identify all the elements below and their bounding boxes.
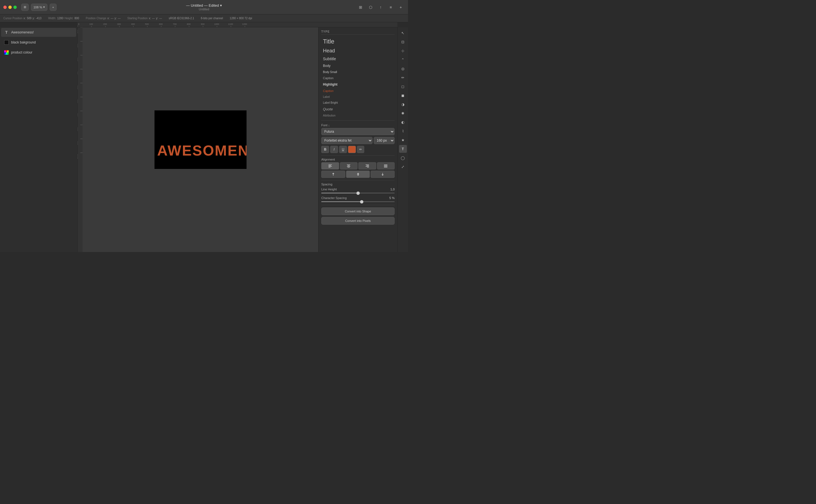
erase-tool[interactable]: ◻ (399, 83, 407, 90)
font-family-select[interactable]: Futura (321, 128, 394, 135)
char-spacing-row: Character Spacing 5 % (321, 196, 394, 200)
alignment-label: Alignment (321, 158, 394, 161)
share-btn[interactable]: ↑ (377, 3, 384, 11)
canvas-area[interactable]: Awesomeness! (83, 27, 318, 252)
italic-btn[interactable]: I (330, 146, 338, 153)
convert-pixels-btn[interactable]: Convert into Pixels (321, 217, 394, 225)
eyedropper-btn[interactable]: ✏ (357, 146, 364, 153)
text-color-swatch[interactable] (348, 146, 356, 153)
minimize-button[interactable] (8, 6, 12, 9)
svg-marker-70 (381, 175, 384, 176)
crop-icon: ⊡ (401, 40, 404, 44)
settings-btn[interactable]: ≡ (387, 3, 394, 11)
font-size-select[interactable]: 160 px (374, 137, 394, 144)
style-panel: TYPE Title Head Subtitle Body Body Small… (318, 27, 397, 252)
layout-btn[interactable]: ⊞ (357, 3, 364, 11)
svg-text:600: 600 (77, 99, 78, 103)
align-justify-btn[interactable] (377, 162, 395, 169)
layer-product-colour-label: product colour (11, 50, 32, 54)
line-height-slider[interactable] (321, 193, 394, 193)
align-center-icon (347, 164, 350, 168)
valign-top-btn[interactable] (321, 171, 345, 178)
char-spacing-slider[interactable] (321, 201, 394, 202)
style-list-body[interactable]: Body (321, 63, 394, 69)
convert-shape-btn[interactable]: Convert into Shape (321, 207, 394, 215)
export-btn[interactable]: ⬡ (367, 3, 374, 11)
divider-2 (321, 155, 394, 156)
view-mode-btn[interactable]: ⊞ (21, 4, 29, 11)
svg-text:500: 500 (145, 23, 149, 25)
fill-icon: ◑ (401, 102, 404, 106)
layer-awesomeness[interactable]: T Awesomeness! (1, 28, 76, 37)
style-list-body-small[interactable]: Body Small (321, 69, 394, 75)
font-section: Font ↓ Futura Fortettet ekstra fet 160 p… (321, 123, 394, 153)
add-document-btn[interactable]: + (50, 4, 56, 11)
char-spacing-label: Character Spacing (321, 196, 383, 200)
svg-text:200: 200 (103, 23, 107, 25)
bold-btn[interactable]: B (321, 146, 329, 153)
select2-icon: ⊹ (401, 49, 404, 53)
titlebar: ⊞ 108 % ▾ + — Untitled — Edited ▾ Untitl… (0, 0, 408, 14)
svg-text:700: 700 (77, 113, 78, 117)
ruler-svg: // Ruler ticks drawn via SVG 0 100 200 3… (77, 22, 397, 27)
lasso-tool[interactable]: ⌃ (399, 56, 407, 64)
font-weight-select[interactable]: Fortettet ekstra fet (321, 137, 372, 144)
transform-tool[interactable]: ⤢ (399, 163, 407, 171)
select-tool[interactable]: ↖ (399, 29, 407, 37)
line-height-label: Line Height (321, 188, 383, 191)
text-tool[interactable]: T (399, 145, 407, 153)
shape-tool[interactable]: ◯ (399, 154, 407, 162)
style-list-caption-orange[interactable]: Caption (321, 88, 394, 94)
layer-black-bg[interactable]: black bakground (1, 38, 76, 47)
paint-tool[interactable]: ◎ (399, 65, 407, 72)
style-list-label[interactable]: Label (321, 94, 394, 100)
adjust-icon: ◐ (401, 120, 404, 124)
pen-tool[interactable]: ✏ (399, 74, 407, 81)
star-tool[interactable]: ★ (399, 136, 407, 144)
svg-marker-68 (357, 175, 359, 176)
valign-middle-btn[interactable] (346, 171, 370, 178)
alignment-section: Alignment (321, 158, 394, 178)
underline-btn[interactable]: U (339, 146, 347, 153)
layer-awesomeness-label: Awesomeness! (11, 30, 34, 34)
char-spacing-value: 5 % (383, 196, 394, 200)
style-list-head[interactable]: Head (321, 47, 394, 55)
char-spacing-thumb[interactable] (360, 200, 363, 203)
align-right-btn[interactable] (358, 162, 376, 169)
select2-tool[interactable]: ⊹ (399, 47, 407, 55)
style-list-quote[interactable]: Quote (321, 106, 394, 112)
fill-tool[interactable]: ◑ (399, 100, 407, 108)
font-section-label: Font ↓ (321, 123, 394, 127)
add-panel-btn[interactable]: + (397, 3, 404, 11)
document-subtitle: Untitled (186, 8, 222, 11)
line-height-fill (321, 193, 358, 193)
spacing-section: Spacing Line Height 1,0 Character Spacin… (321, 183, 394, 202)
erase2-tool[interactable]: ◼ (399, 91, 407, 99)
style-list-caption[interactable]: Caption (321, 75, 394, 81)
brush-tool[interactable]: ⌇ (399, 127, 407, 135)
crop-tool[interactable]: ⊡ (399, 38, 407, 46)
svg-text:100: 100 (89, 23, 93, 25)
char-spacing-fill (321, 201, 362, 202)
style-list-attribution[interactable]: Attribution (321, 113, 394, 118)
maximize-button[interactable] (13, 6, 17, 9)
cursor-position: Cursor Position x: 589 y: -413 (3, 17, 42, 20)
zoom-level-btn[interactable]: 108 % ▾ (31, 4, 47, 11)
layer-rect-icon (4, 40, 9, 45)
sun-tool[interactable]: ✺ (399, 109, 407, 117)
style-list-subtitle[interactable]: Subtitle (321, 55, 394, 62)
style-list-title[interactable]: Title (321, 37, 394, 46)
line-height-thumb[interactable] (356, 192, 360, 195)
title-center: — Untitled — Edited ▾ Untitled (186, 3, 222, 11)
close-button[interactable] (3, 6, 7, 9)
layer-product-colour[interactable]: product colour (1, 48, 76, 57)
view-icon: ⊞ (24, 5, 26, 9)
align-left-btn[interactable] (321, 162, 339, 169)
valign-bottom-btn[interactable] (370, 171, 394, 178)
erase-icon: ◻ (401, 84, 404, 89)
style-list-label-bright[interactable]: Label Bright (321, 100, 394, 105)
style-list-highlight[interactable]: Highlight (321, 81, 394, 88)
align-center-btn[interactable] (340, 162, 358, 169)
adjust-tool[interactable]: ◐ (399, 118, 407, 126)
text-icon: T (402, 147, 404, 151)
